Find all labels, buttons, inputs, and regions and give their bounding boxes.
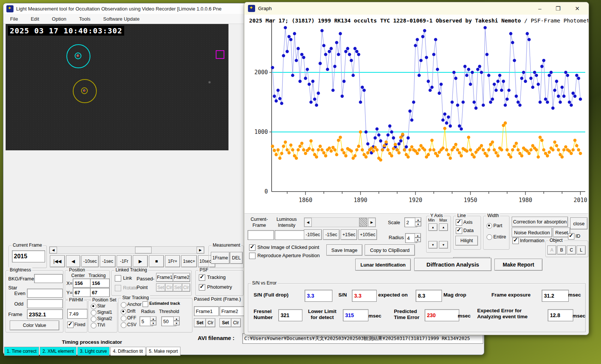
measure-del-button[interactable]: DEL [230, 252, 243, 264]
fresnel-number-value[interactable]: 321 [278, 309, 302, 321]
maximize-button[interactable]: ❒ [556, 5, 560, 12]
noise-reduction-button[interactable]: Noise Reduction [512, 228, 552, 237]
center-y-value[interactable]: 67 [73, 288, 91, 297]
copy-clipboard-button[interactable]: Copy to ClipBoard [365, 244, 415, 256]
graph-radius-spinner[interactable]: ▲▼ [415, 233, 421, 242]
track-off-radio[interactable] [121, 316, 126, 321]
linked-clr1-button[interactable]: Clr [165, 283, 173, 292]
object-c-button[interactable]: C [567, 246, 576, 255]
diffraction-analysis-button[interactable]: Diffraction Analysis [414, 258, 491, 271]
timing-tab-diffraction-fit[interactable]: 4. Diffraction tit [110, 347, 146, 356]
correction-absorption-button[interactable]: Correction for absorption [512, 217, 568, 227]
center-x-value[interactable]: 156 [73, 279, 91, 288]
fwhm-fixed-checkbox[interactable] [67, 322, 74, 328]
object-b-button[interactable]: B [557, 246, 566, 255]
object-l-button[interactable]: L [577, 246, 586, 255]
measure-1frame-button[interactable]: 1Frame [211, 252, 230, 264]
y-min-down-button[interactable]: ▼ [428, 241, 437, 249]
linked-frame1-button[interactable]: Frame1 [156, 273, 173, 282]
line-axis-checkbox[interactable] [456, 219, 462, 226]
odd-value[interactable] [27, 299, 63, 308]
width-entire-radio[interactable] [487, 234, 492, 240]
track-anchor-radio[interactable] [121, 302, 126, 308]
timing-tab-make-report[interactable]: 5. Make report [146, 347, 180, 356]
sn-value[interactable]: 3.3 [352, 290, 377, 302]
current-frame-value[interactable]: 2015 [12, 250, 45, 262]
estimated-track-checkbox[interactable] [143, 301, 148, 307]
gc-current-frame-value[interactable] [248, 230, 274, 240]
passed-frame2-value[interactable]: Frame2 [219, 306, 244, 316]
fwhm-value[interactable]: 7.49 [67, 309, 87, 319]
seek-plus-10sec-button[interactable]: +10Sec [358, 229, 377, 240]
link-checkbox[interactable] [115, 275, 121, 282]
close-window-button[interactable]: ✕ [575, 5, 580, 12]
background-aperture-square[interactable] [216, 50, 224, 59]
minus-10sec-button[interactable]: -10sec [81, 255, 99, 267]
timing-tab-time-correct[interactable]: 1. Time correct [4, 347, 39, 356]
tracking-x-value[interactable]: 156 [90, 279, 110, 288]
linked-set1-button[interactable]: Set [156, 283, 165, 292]
make-report-button[interactable]: Make Report [494, 259, 542, 271]
graph-scroll-left[interactable]: ◀ [304, 218, 312, 227]
lunar-identification-button[interactable]: Lunar Identification [355, 259, 411, 271]
passed-set1-button[interactable]: Set [194, 318, 206, 327]
psf-tracking-checkbox[interactable] [199, 274, 205, 281]
plus-1sec-button[interactable]: 1sec+ [181, 255, 197, 267]
menu-software-update[interactable]: Software Update [103, 16, 140, 22]
color-value-button[interactable]: Color Value [10, 321, 59, 330]
posset-signal2-radio[interactable] [91, 316, 96, 322]
frame-scrollbar[interactable]: ◀ ▶ [49, 246, 204, 254]
seek-minus-10sec-button[interactable]: -10Sec [304, 229, 322, 240]
graph-title-bar[interactable]: Graph – ❒ ✕ [244, 2, 589, 15]
go-first-button[interactable]: |◀◀ [50, 255, 65, 267]
track-threshold-spinner[interactable]: ▲▼ [173, 316, 180, 325]
scroll-right-arrow[interactable]: ▶ [197, 247, 204, 253]
scroll-thumb[interactable] [135, 247, 152, 253]
minimize-button[interactable]: – [538, 5, 541, 12]
scroll-left-arrow[interactable]: ◀ [50, 247, 57, 253]
hilight-button[interactable]: Hilight [455, 236, 478, 246]
menu-tools[interactable]: Tools [79, 16, 90, 22]
passed-clr1-button[interactable]: Clr [206, 318, 215, 327]
linked-set2-button[interactable]: Set [173, 283, 182, 292]
menu-option[interactable]: Option [52, 16, 66, 22]
linked-frame2-button[interactable]: Frame2 [173, 273, 190, 282]
graph-scrollbar[interactable]: ◀ ▶ [304, 217, 376, 227]
stop-button[interactable]: ■ [149, 255, 164, 267]
expected-on-value[interactable]: 8.3 [416, 290, 442, 302]
linked-clr2-button[interactable]: Clr [182, 283, 190, 292]
bkg-frame-value[interactable] [34, 274, 63, 283]
object-a-button[interactable]: A [547, 246, 556, 255]
posset-tivi-radio[interactable] [91, 323, 96, 328]
psf-photometry-checkbox[interactable] [199, 284, 205, 291]
show-image-checkbox[interactable] [249, 244, 255, 251]
analyzing-error-value[interactable]: 12.8 [548, 309, 573, 321]
scale-spinner[interactable]: ▲▼ [415, 217, 421, 226]
y-min-up-button[interactable]: ▲ [428, 223, 437, 231]
track-csv-radio[interactable] [121, 322, 126, 328]
frame-brightness-value[interactable]: 2352.1 [27, 309, 63, 319]
step-back-button[interactable]: ◀ [66, 255, 80, 267]
id-checkbox[interactable] [568, 233, 574, 240]
track-drift-radio[interactable] [121, 309, 126, 315]
graph-scroll-thumb[interactable] [359, 218, 367, 227]
information-checkbox[interactable] [512, 238, 519, 244]
track-radius-spinner[interactable]: ▲▼ [150, 316, 156, 325]
passed-frame1-value[interactable]: Frame1 [194, 306, 219, 316]
minus-1sec-button[interactable]: -1sec [100, 255, 116, 267]
graph-scroll-right[interactable]: ▶ [368, 218, 376, 227]
passed-clr2-button[interactable]: Clr [231, 318, 241, 327]
posset-star-radio[interactable] [91, 304, 96, 309]
graph-scroll-track[interactable] [312, 218, 368, 227]
close-graph-button[interactable]: close [570, 217, 587, 229]
seek-minus-1sec-button[interactable]: -1Sec [323, 229, 340, 240]
timing-tab-light-curve[interactable]: 3. Light curve [77, 347, 110, 356]
plus-1frame-button[interactable]: 1Fr+ [165, 255, 180, 267]
timing-tab-xml-element[interactable]: 2. XML element [40, 347, 77, 356]
menu-file[interactable]: File [10, 16, 18, 22]
seek-plus-1sec-button[interactable]: +1Sec [341, 229, 357, 240]
minus-1frame-button[interactable]: -1Fr [117, 255, 132, 267]
light-curve-chart[interactable]: 010002000186018901920195019802010 2025 M… [245, 15, 588, 213]
reproduce-aperture-checkbox[interactable] [249, 253, 255, 259]
frame-exposure-value[interactable]: 31.2 [542, 290, 569, 302]
